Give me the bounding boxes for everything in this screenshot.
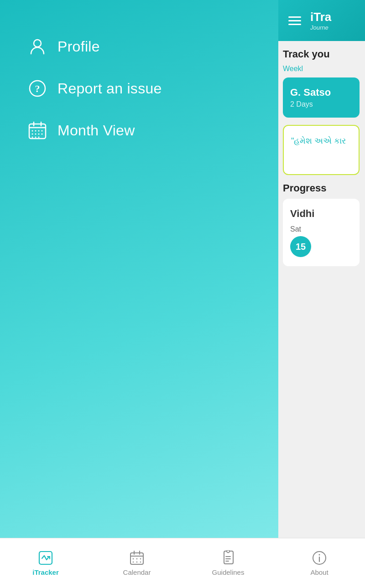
nav-label-calendar: Calendar	[123, 568, 151, 576]
svg-text:?: ?	[35, 83, 40, 94]
svg-point-16	[35, 137, 36, 138]
event-subtitle: 2 Days	[290, 100, 352, 108]
nav-item-about[interactable]: About	[274, 550, 365, 576]
event-title: G. Satso	[290, 87, 352, 98]
main-screen: iTra Journe Track you Weekl G. Satso 2 D…	[277, 0, 365, 538]
nav-label-itracker: iTracker	[32, 568, 59, 576]
progress-name: Vidhi	[290, 208, 352, 220]
event-card[interactable]: G. Satso 2 Days	[283, 77, 360, 118]
report-label: Report an issue	[57, 80, 162, 97]
profile-label: Profile	[57, 38, 100, 55]
svg-point-13	[38, 134, 40, 135]
drawer-item-month-view[interactable]: Month View	[27, 120, 260, 140]
nav-item-itracker[interactable]: iTracker	[0, 550, 91, 576]
quote-card: "હમેશ અએ કાર	[283, 125, 360, 175]
svg-point-25	[140, 558, 141, 560]
svg-point-11	[32, 134, 33, 135]
svg-point-23	[133, 558, 134, 560]
svg-point-17	[38, 137, 40, 138]
svg-point-14	[42, 134, 43, 135]
svg-point-15	[32, 137, 33, 138]
svg-point-8	[35, 130, 36, 132]
svg-point-26	[133, 562, 134, 563]
app-subtitle: Journe	[310, 24, 331, 31]
track-heading: Track you	[283, 48, 360, 60]
about-icon	[312, 550, 327, 566]
nav-item-guidelines[interactable]: Guidelines	[182, 550, 274, 576]
svg-point-24	[136, 558, 138, 560]
svg-rect-3	[29, 124, 46, 139]
help-circle-icon: ?	[27, 78, 47, 98]
side-drawer: Profile ? Report an issue	[0, 0, 278, 538]
calendar-nav-icon	[129, 550, 145, 566]
nav-item-calendar[interactable]: Calendar	[91, 550, 182, 576]
person-icon	[27, 36, 47, 57]
main-content: Track you Weekl G. Satso 2 Days "હમેશ અએ…	[277, 41, 365, 538]
svg-point-27	[136, 562, 138, 563]
guidelines-icon	[220, 550, 236, 566]
drawer-item-profile[interactable]: Profile	[27, 36, 260, 57]
svg-point-30	[227, 550, 229, 553]
bottom-navigation: iTracker Calendar	[0, 538, 365, 588]
calendar-month-icon	[27, 120, 47, 140]
svg-point-9	[38, 130, 40, 132]
itracker-icon	[38, 550, 53, 566]
app-header: iTra Journe	[277, 0, 365, 41]
hamburger-button[interactable]	[285, 13, 305, 29]
day-label: Sat	[290, 225, 352, 233]
svg-point-12	[35, 134, 36, 135]
nav-label-about: About	[310, 568, 328, 576]
app-title-section: iTra Journe	[310, 10, 331, 31]
weekly-label: Weekl	[283, 65, 360, 73]
month-view-label: Month View	[57, 122, 135, 139]
svg-point-0	[34, 40, 41, 47]
progress-heading: Progress	[283, 182, 360, 194]
nav-label-guidelines: Guidelines	[212, 568, 245, 576]
app-name: iTra	[310, 10, 331, 24]
day-badge: 15	[290, 236, 311, 257]
svg-point-10	[42, 130, 43, 132]
svg-point-28	[140, 562, 141, 563]
quote-text: "હમેશ અએ કાર	[291, 135, 351, 147]
drawer-item-report[interactable]: ? Report an issue	[27, 78, 260, 98]
svg-point-36	[319, 554, 320, 556]
progress-card: Vidhi Sat 15	[283, 199, 360, 266]
svg-point-7	[32, 130, 33, 132]
